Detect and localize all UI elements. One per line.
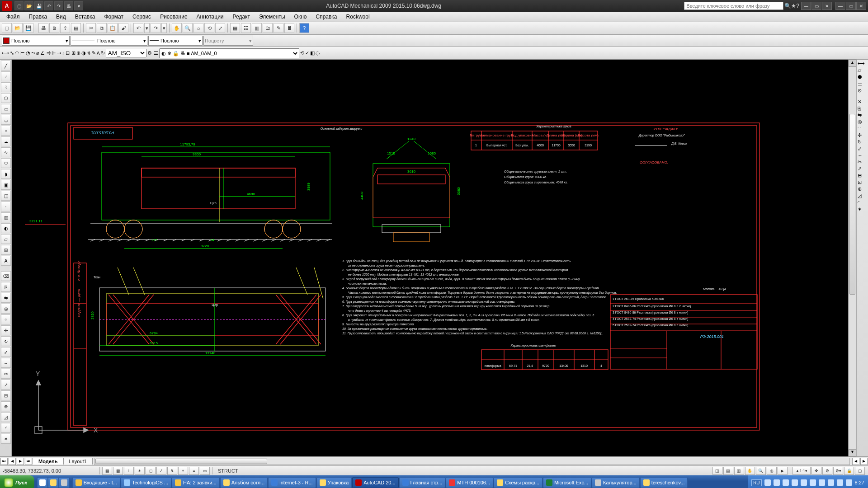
hscroll-right-icon[interactable]: ▶ [860,458,868,465]
steering-wheel-icon[interactable]: ◎ [767,467,777,475]
polar-toggle[interactable]: ✶ [135,467,145,475]
match-icon[interactable]: 🖌 [118,23,128,33]
qat-save-icon[interactable]: 💾 [34,1,43,10]
copy-icon[interactable]: ⧉ [97,23,107,33]
make-block-icon[interactable]: ◫ [1,191,11,201]
explode-icon[interactable]: ✶ [1,434,11,444]
dim-space-icon[interactable]: ↕ [62,51,65,56]
scale-icon[interactable]: ⤢ [1,347,11,357]
help-icon[interactable]: ? [796,3,799,9]
clean-screen-icon[interactable]: ▢ [855,467,865,475]
menu-elements[interactable]: Элементы [255,13,290,21]
mod-chamfer-icon[interactable]: ◿ [858,193,867,199]
distance-icon[interactable]: ⟷ [858,61,867,66]
line-icon[interactable]: ╱ [1,61,11,70]
dim-radius-icon[interactable]: ◔ [26,50,30,56]
language-indicator[interactable]: RU [751,479,761,486]
stretch-icon[interactable]: ↔ [1,358,11,368]
grid-toggle[interactable]: ▩ [113,467,123,475]
dimstyle-select[interactable]: AM_ISO [106,49,146,57]
vertical-scrollbar[interactable]: ▲ ▼ [848,60,856,456]
layer-off-icon[interactable]: ◌ [316,50,320,56]
layer-prev-icon[interactable]: ⟲ [300,50,304,56]
annotation-scale[interactable]: ▲ 1:1 ▾ [793,467,811,475]
mirror-icon[interactable]: ⇋ [1,293,11,303]
workspace-switch-icon[interactable]: ⚙▾ [833,467,843,475]
help-search-input[interactable] [684,2,783,10]
sheetset-icon[interactable]: 🗂 [263,23,273,33]
dim-jogged-icon[interactable]: ⤳ [31,50,35,56]
otrack-toggle[interactable]: ∠ [156,467,166,475]
dim-arc-icon[interactable]: ◠ [15,50,19,56]
zoom-window-icon[interactable]: ⌕ [193,23,203,33]
new-icon[interactable]: ▢ [2,23,12,33]
mod-stretch-icon[interactable]: ↔ [858,153,867,158]
dim-update-icon[interactable]: ↻ [101,50,105,56]
menu-view[interactable]: Вид [52,13,71,21]
task-item-4[interactable]: internet-3 - R... [268,477,316,488]
rectangle-icon[interactable]: ▭ [1,104,11,114]
dim-baseline-icon[interactable]: ⊩ [52,50,56,56]
menu-format[interactable]: Формат [99,13,128,21]
open-icon[interactable]: 📂 [13,23,23,33]
qat-new-icon[interactable]: ▢ [14,1,24,10]
designcenter-icon[interactable]: ☷ [241,23,251,33]
search-go-icon[interactable]: 🔍 [784,3,791,9]
lwt-toggle[interactable]: ≡ [189,467,199,475]
chamfer-icon[interactable]: ◿ [1,412,11,422]
print-icon[interactable]: 🖶 [38,23,48,33]
table-icon[interactable]: ⊞ [1,245,11,255]
task-item-12[interactable]: tereschenkov... [640,477,688,488]
start-button[interactable]: Пуск [0,475,34,488]
redo-dropdown-icon[interactable]: ▾ [161,23,167,33]
task-item-3[interactable]: Альбом согл... [220,477,268,488]
task-item-10[interactable]: Microsoft Exc... [543,477,591,488]
scroll-thumb[interactable] [849,114,855,295]
ortho-toggle[interactable]: ⊥ [124,467,134,475]
task-item-1[interactable]: TechnologiCS ... [121,477,171,488]
ql-desktop-icon[interactable] [37,477,48,488]
menu-rockwool[interactable]: Rockwool [342,13,374,21]
doc-minimize-button[interactable]: — [835,2,845,10]
mod-fillet-icon[interactable]: ◜ [858,200,867,206]
fillet-icon[interactable]: ◜ [1,423,11,433]
menu-draw[interactable]: Рисование [156,13,192,21]
tray-icon[interactable] [792,479,798,486]
region-mass-icon[interactable]: ⬢ [858,74,867,80]
mod-mirror-icon[interactable]: ⇋ [858,112,867,118]
tray-icon[interactable] [774,479,780,486]
ducs-toggle[interactable]: ↯ [167,467,177,475]
copy-obj-icon[interactable]: ⎘ [1,282,11,292]
mod-join-icon[interactable]: ⊕ [858,186,867,192]
tray-icon[interactable] [819,479,825,486]
task-item-5[interactable]: Упаковка [316,477,352,488]
circle-icon[interactable]: ○ [1,126,11,136]
trim-icon[interactable]: ✂ [1,369,11,379]
paste-icon[interactable]: 📋 [108,23,118,33]
tab-first-icon[interactable]: ⏮ [0,458,8,465]
mod-copy-icon[interactable]: ⎘ [858,106,867,111]
tray-icon[interactable] [846,479,852,486]
layer-properties-icon[interactable]: ☰ [154,50,158,56]
ql-calc-icon[interactable] [59,477,70,488]
hscroll-thumb[interactable] [95,459,267,464]
properties-icon[interactable]: ▦ [230,23,240,33]
redo-icon[interactable]: ↷ [151,23,160,33]
xline-icon[interactable]: ⟋ [1,71,11,81]
menu-insert[interactable]: Вставка [71,13,100,21]
drawing-area[interactable]: Р3.2015.001 11793 [12,60,856,456]
snap-toggle[interactable]: ▦ [102,467,112,475]
dim-ordinate-icon[interactable]: ⊢ [20,50,25,56]
erase-icon[interactable]: ⌫ [1,271,11,281]
layer-state-icon[interactable]: ✓ [305,50,309,56]
modelspace-toggle[interactable]: ◫ [712,467,722,475]
qat-print-icon[interactable]: 🖶 [64,1,73,10]
polygon-icon[interactable]: ⬠ [1,93,11,103]
qat-undo-icon[interactable]: ↶ [44,1,53,10]
layer-select[interactable]: ◐ ❄ 🔒 🖶 ■ AM_0AM_0 [159,48,299,58]
tray-icon[interactable] [837,479,843,486]
id-point-icon[interactable]: ⊙ [858,88,867,94]
maximize-button[interactable]: ▭ [811,2,821,10]
list-icon[interactable]: ☰ [858,81,867,87]
task-item-7[interactable]: Главная стр... [399,477,446,488]
